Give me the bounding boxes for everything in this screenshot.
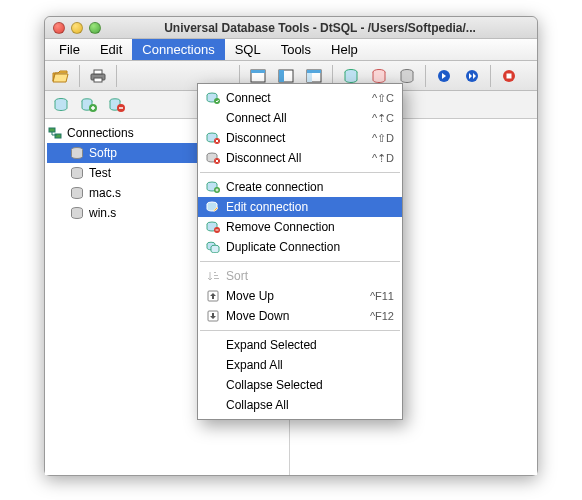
menu-collapse-selected[interactable]: Collapse Selected: [198, 375, 402, 395]
stop-icon: [502, 69, 516, 83]
svg-rect-43: [214, 278, 219, 279]
svg-rect-42: [214, 275, 218, 276]
menu-move-down[interactable]: Move Down ^F12: [198, 306, 402, 326]
db-btn-add[interactable]: [77, 93, 101, 117]
arrow-up-icon: [207, 290, 219, 302]
svg-rect-41: [214, 272, 216, 273]
zoom-window-button[interactable]: [89, 22, 101, 34]
print-button[interactable]: [86, 64, 110, 88]
menu-label: Remove Connection: [222, 220, 394, 234]
svg-rect-9: [307, 73, 312, 82]
database-minus-icon: [108, 97, 126, 113]
menu-separator: [200, 330, 400, 331]
shortcut: ^F11: [370, 290, 394, 302]
menu-move-up[interactable]: Move Up ^F11: [198, 286, 402, 306]
menu-label: Move Up: [222, 289, 370, 303]
toolbar-separator: [490, 65, 491, 87]
db-btn-remove[interactable]: [105, 93, 129, 117]
menu-label: Connect All: [222, 111, 372, 125]
duplicate-icon: [206, 241, 220, 253]
menu-separator: [200, 261, 400, 262]
arrow-down-icon: [207, 310, 219, 322]
menu-label: Collapse All: [222, 398, 394, 412]
svg-rect-22: [49, 128, 55, 132]
menu-label: Move Down: [222, 309, 370, 323]
menu-label: Create connection: [222, 180, 394, 194]
layout-icon: [278, 69, 294, 83]
shortcut: ^⇡D: [372, 152, 394, 165]
database-icon: [69, 206, 85, 220]
menu-help[interactable]: Help: [321, 39, 368, 60]
svg-rect-16: [507, 73, 512, 78]
create-icon: [206, 181, 220, 193]
menu-label: Expand Selected: [222, 338, 394, 352]
database-icon: [69, 166, 85, 180]
connections-dropdown: Connect ^⇧C Connect All ^⇡C Disconnect ^…: [197, 83, 403, 420]
layout-icon: [250, 69, 266, 83]
close-window-button[interactable]: [53, 22, 65, 34]
menu-sql[interactable]: SQL: [225, 39, 271, 60]
svg-rect-8: [307, 70, 321, 73]
open-folder-button[interactable]: [49, 64, 73, 88]
menubar: File Edit Connections SQL Tools Help: [45, 39, 537, 61]
menu-connect-all[interactable]: Connect All ^⇡C: [198, 108, 402, 128]
menu-label: Duplicate Connection: [222, 240, 394, 254]
menu-edit-connection[interactable]: Edit connection: [198, 197, 402, 217]
tree-root-label: Connections: [67, 126, 134, 140]
disconnect-all-icon: [206, 152, 220, 164]
menu-expand-all[interactable]: Expand All: [198, 355, 402, 375]
database-icon: [53, 97, 69, 113]
folder-open-icon: [52, 69, 70, 83]
nav-fwd-button[interactable]: [460, 64, 484, 88]
svg-point-29: [214, 98, 220, 104]
tree-item-label: Softp: [89, 146, 117, 160]
sort-icon: [206, 270, 220, 282]
menu-disconnect[interactable]: Disconnect ^⇧D: [198, 128, 402, 148]
toolbar-separator: [425, 65, 426, 87]
menu-expand-selected[interactable]: Expand Selected: [198, 335, 402, 355]
menu-edit[interactable]: Edit: [90, 39, 132, 60]
layout-icon: [306, 69, 322, 83]
shortcut: ^⇧D: [372, 132, 394, 145]
circle-arrow-right-icon: [437, 69, 451, 83]
database-icon: [399, 68, 415, 84]
menu-collapse-all[interactable]: Collapse All: [198, 395, 402, 415]
toolbar-separator: [116, 65, 117, 87]
menu-connect[interactable]: Connect ^⇧C: [198, 88, 402, 108]
nav-back-button[interactable]: [432, 64, 456, 88]
menu-duplicate-connection[interactable]: Duplicate Connection: [198, 237, 402, 257]
remove-icon: [206, 221, 220, 233]
svg-rect-2: [94, 78, 102, 82]
menu-label: Disconnect: [222, 131, 372, 145]
window-controls: [53, 22, 101, 34]
database-icon: [371, 68, 387, 84]
database-plus-icon: [80, 97, 98, 113]
titlebar: Universal Database Tools - DtSQL - /User…: [45, 17, 537, 39]
db-btn1[interactable]: [49, 93, 73, 117]
menu-connections[interactable]: Connections: [132, 39, 224, 60]
database-icon: [343, 68, 359, 84]
disconnect-icon: [206, 132, 220, 144]
shortcut: ^⇡C: [372, 112, 394, 125]
minimize-window-button[interactable]: [71, 22, 83, 34]
tree-item-label: win.s: [89, 206, 116, 220]
svg-rect-1: [94, 70, 102, 74]
menu-create-connection[interactable]: Create connection: [198, 177, 402, 197]
svg-rect-6: [279, 70, 284, 82]
shortcut: ^⇧C: [372, 92, 394, 105]
menu-file[interactable]: File: [49, 39, 90, 60]
svg-rect-4: [251, 70, 265, 73]
connections-root-icon: [47, 126, 63, 140]
circle-double-arrow-icon: [465, 69, 479, 83]
app-window: Universal Database Tools - DtSQL - /User…: [44, 16, 538, 476]
printer-icon: [89, 68, 107, 84]
stop-button[interactable]: [497, 64, 521, 88]
menu-label: Disconnect All: [222, 151, 372, 165]
database-icon: [69, 146, 85, 160]
menu-label: Edit connection: [222, 200, 394, 214]
menu-label: Sort: [222, 269, 394, 283]
tree-item-label: mac.s: [89, 186, 121, 200]
menu-disconnect-all[interactable]: Disconnect All ^⇡D: [198, 148, 402, 168]
menu-tools[interactable]: Tools: [271, 39, 321, 60]
menu-remove-connection[interactable]: Remove Connection: [198, 217, 402, 237]
